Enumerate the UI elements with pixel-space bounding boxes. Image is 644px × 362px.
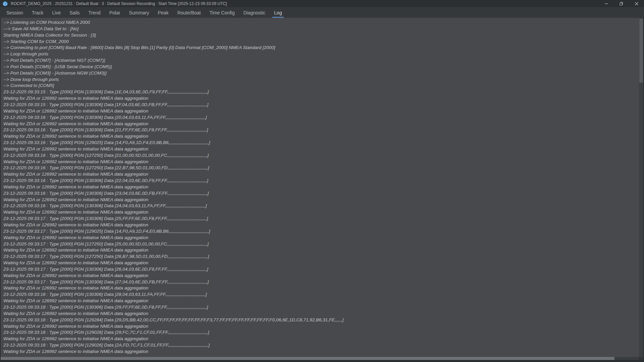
log-line: Waiting for ZDA or 126992 sentence to in… [3, 260, 639, 266]
log-line: 23-12-2025 09:33:17 : Type [2000] PGN [1… [3, 279, 639, 285]
log-line: 23-12-2025 09:33:15 : Type [2000] PGN [1… [3, 102, 639, 108]
log-line: Waiting for ZDA or 126992 sentence to in… [3, 273, 639, 279]
tab-sails[interactable]: Sails [68, 8, 81, 18]
log-line: --> Connected to [COM5] [3, 83, 639, 89]
close-button[interactable] [629, 0, 644, 7]
log-line: --> Listening on COM Protocol NMEA 2000 [3, 19, 639, 26]
log-line: Waiting for ZDA or 126992 sentence to in… [3, 235, 639, 241]
log-line: 23-12-2025 09:33:17 : Type [2000] PGN [1… [3, 241, 639, 247]
tab-bar: SessionTrackLiveSailsTrendPolarSummaryPe… [0, 7, 644, 18]
vertical-scrollbar[interactable] [639, 18, 643, 357]
window-controls [599, 0, 644, 7]
tab-live[interactable]: Live [50, 8, 62, 18]
log-line: 23-12-2025 09:33:17 : Type [2000] PGN [1… [3, 266, 639, 273]
restore-icon [619, 2, 624, 6]
tab-log[interactable]: Log [272, 8, 283, 18]
log-line: 23-12-2025 09:33:18 : Type [2000] PGN [1… [3, 329, 639, 336]
log-line: 23-12-2025 09:33:18 : Type [2000] PGN [1… [3, 291, 639, 298]
log-line: 23-12-2025 09:33:18 : Type [2000] PGN [1… [3, 304, 639, 311]
log-line: 23-12-2025 09:33:16 : Type [2000] PGN [1… [3, 127, 639, 133]
log-line: 23-12-2025 09:33:16 : Type [2000] PGN [1… [3, 190, 639, 197]
tab-polar[interactable]: Polar [107, 8, 122, 18]
log-line: 23-12-2025 09:33:16 : Type [2000] PGN [1… [3, 140, 639, 146]
close-icon [635, 2, 639, 6]
log-line: --> Port Details [COM5] - [USB Serial De… [3, 64, 639, 70]
log-line: 23-12-2025 09:33:16 : Type [2000] PGN [1… [3, 152, 639, 159]
log-line: 23-12-2025 09:33:18 : Type [2000] PGN [1… [3, 342, 639, 349]
app-logo-icon [3, 1, 8, 6]
log-line: --> Port Details [COM3] - [Actisense NGW… [3, 70, 639, 77]
log-line: --> Loop through ports [3, 51, 639, 57]
tab-diagnostic[interactable]: Diagnostic [242, 8, 267, 18]
log-line: Waiting for ZDA or 126992 sentence to in… [3, 247, 639, 254]
log-line: Waiting for ZDA or 126992 sentence to in… [3, 222, 639, 228]
log-output[interactable]: --> Listening on COM Protocol NMEA 2000-… [1, 18, 639, 357]
log-line: Waiting for ZDA or 126992 sentence to in… [3, 336, 639, 342]
vertical-scrollbar-thumb[interactable] [639, 19, 643, 83]
log-line: Waiting for ZDA or 126992 sentence to in… [3, 171, 639, 178]
log-line: 23-12-2025 09:33:16 : Type [2000] PGN [1… [3, 165, 639, 171]
log-line: 23-12-2025 09:33:18 : Type [2000] PGN [1… [3, 317, 639, 323]
restore-button[interactable] [614, 0, 629, 7]
log-line: 23-12-2025 09:33:17 : Type [2000] PGN [1… [3, 254, 639, 260]
tab-track[interactable]: Track [30, 8, 45, 18]
tab-trend[interactable]: Trend [87, 8, 102, 18]
log-line: Waiting for ZDA or 126992 sentence to in… [3, 323, 639, 330]
log-line: --> Port Details [COM7] - [Actisense NGT… [3, 57, 639, 64]
log-line: 23-12-2025 09:33:16 : Type [2000] PGN [1… [3, 178, 639, 184]
window-title: ROCKIT_DEMO_2025 : 20251231 : Default Bo… [11, 1, 227, 6]
log-line: Starting NMEA Data Collector for Session… [3, 32, 639, 39]
log-line: Waiting for ZDA or 126992 sentence to in… [3, 209, 639, 216]
tab-route-boat[interactable]: Route/Boat [176, 8, 202, 18]
log-line: Waiting for ZDA or 126992 sentence to in… [3, 349, 639, 355]
title-bar: ROCKIT_DEMO_2025 : 20251231 : Default Bo… [0, 0, 644, 7]
log-line: Waiting for ZDA or 126992 sentence to in… [3, 95, 639, 102]
log-line: Waiting for ZDA or 126992 sentence to in… [3, 197, 639, 203]
minimize-button[interactable] [599, 0, 614, 7]
minimize-icon [604, 2, 608, 6]
log-line: Waiting for ZDA or 126992 sentence to in… [3, 121, 639, 127]
horizontal-scrollbar-thumb[interactable] [1, 357, 614, 360]
log-line: Waiting for ZDA or 126992 sentence to in… [3, 159, 639, 165]
log-line: Waiting for ZDA or 126992 sentence to in… [3, 298, 639, 304]
tab-summary[interactable]: Summary [127, 8, 151, 18]
log-line: --> Done loop through ports [3, 77, 639, 83]
log-line: 23-12-2025 09:33:15 : Type [2000] PGN [1… [3, 89, 639, 95]
log-line: Waiting for ZDA or 126992 sentence to in… [3, 311, 639, 317]
log-line: Waiting for ZDA or 126992 sentence to in… [3, 285, 639, 291]
scrollbar-corner [639, 357, 643, 360]
log-line: 23-12-2025 09:33:17 : Type [2000] PGN [1… [3, 216, 639, 222]
log-line: 23-12-2025 09:33:16 : Type [2000] PGN [1… [3, 203, 639, 209]
log-line: Waiting for ZDA or 126992 sentence to in… [3, 108, 639, 115]
log-line: 23-12-2025 09:33:16 : Type [2000] PGN [1… [3, 115, 639, 121]
log-line: 23-12-2025 09:33:17 : Type [2000] PGN [1… [3, 228, 639, 235]
tab-session[interactable]: Session [5, 8, 25, 18]
tab-time-config[interactable]: Time Config [208, 8, 236, 18]
horizontal-scrollbar[interactable] [1, 357, 639, 360]
log-line: Waiting for ZDA or 126992 sentence to in… [3, 184, 639, 190]
log-line: ---> Save All NMEA Data Set to : [No] [3, 26, 639, 32]
log-line: --> Starting COM for COM_2000 [3, 39, 639, 45]
tab-peak[interactable]: Peak [156, 8, 170, 18]
log-line: --> Connecting to port [COM5] Baud Rate … [3, 45, 639, 51]
log-line: Waiting for ZDA or 126992 sentence to in… [3, 146, 639, 152]
log-line: Waiting for ZDA or 126992 sentence to in… [3, 133, 639, 140]
